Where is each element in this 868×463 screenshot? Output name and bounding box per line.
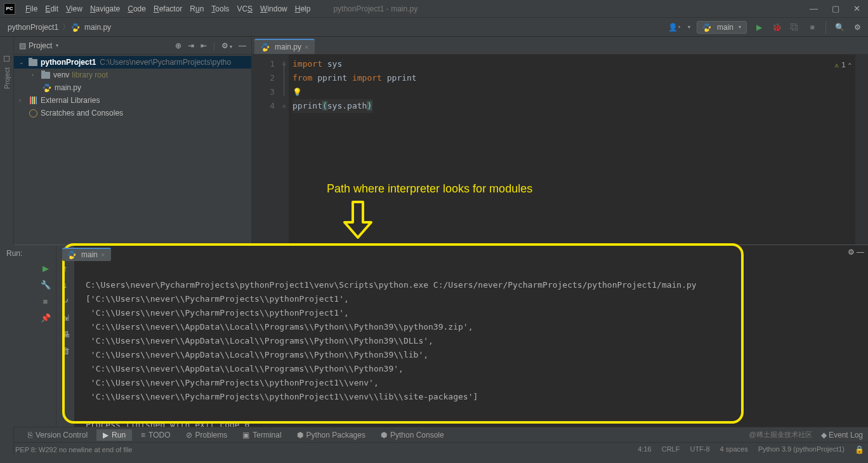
- stop-icon[interactable]: ■: [806, 22, 818, 33]
- scroll-end-icon[interactable]: ⇲: [60, 312, 70, 323]
- editor-body[interactable]: 1234 ⊖⊖ import sys from pprint import pp…: [252, 55, 868, 245]
- editor-area: main.py × 1234 ⊖⊖ import sys from pprint…: [252, 37, 868, 245]
- run-icon[interactable]: ▶: [753, 22, 765, 33]
- status-message: PEP 8: W292 no newline at end of file: [15, 446, 132, 453]
- print-icon[interactable]: 🖶: [60, 329, 70, 339]
- indent-setting[interactable]: 4 spaces: [720, 445, 748, 454]
- python-icon: [67, 250, 76, 259]
- run-settings-gear-icon[interactable]: ⚙ —: [848, 248, 864, 257]
- arrow-down-icon: [342, 201, 374, 239]
- run-console-output[interactable]: C:\Users\never\PycharmProjects\pythonPro…: [74, 245, 868, 427]
- user-add-icon[interactable]: 👤+: [669, 22, 680, 33]
- debug-icon[interactable]: 🐞: [771, 22, 782, 33]
- inspection-indicator[interactable]: ⚠1 ^: [834, 58, 852, 72]
- project-tool-icon[interactable]: [4, 56, 10, 62]
- sidebar-header: ▤ Project ▾ ⊕ ⇥ ⇤ | ⚙▾ —: [14, 37, 251, 55]
- title-bar: PC File Edit View Navigate Code Refactor…: [0, 0, 868, 18]
- version-control-tool[interactable]: ⎘ Version Control: [22, 429, 94, 441]
- project-tool-label[interactable]: Project: [3, 67, 11, 90]
- lightbulb-icon[interactable]: 💡: [293, 88, 302, 97]
- menu-refactor[interactable]: Refactor: [150, 3, 186, 15]
- chevron-right-icon: 〉: [62, 22, 70, 32]
- editor-tabs: main.py ×: [252, 37, 868, 55]
- tree-project-root[interactable]: ⌄ pythonProject1 C:\Users\never\PycharmP…: [14, 56, 251, 69]
- breadcrumb-file[interactable]: main.py: [82, 22, 114, 33]
- app-icon: PC: [4, 3, 15, 15]
- run-panel: Run: main × ▶ 🔧 ■ 📌 ↑ ↓ ⤶ ⇲ 🖶 🗑 C:\Users…: [0, 245, 868, 427]
- search-icon[interactable]: 🔍: [834, 22, 845, 33]
- problems-tool[interactable]: ⊘ Problems: [180, 429, 234, 441]
- line-separator[interactable]: CRLF: [662, 445, 680, 454]
- todo-tool[interactable]: ≡ TODO: [135, 429, 176, 441]
- minimize-icon[interactable]: —: [810, 4, 818, 13]
- editor-tab-label: main.py: [275, 43, 301, 51]
- menu-tools[interactable]: Tools: [207, 3, 233, 15]
- down-icon[interactable]: ↓: [60, 279, 70, 290]
- python-console-tool[interactable]: ⬢ Python Console: [374, 429, 450, 441]
- line-gutter: 1234: [252, 55, 280, 245]
- collapse-icon[interactable]: ⇤: [201, 41, 207, 50]
- coverage-icon[interactable]: ⿻: [789, 22, 800, 33]
- maximize-icon[interactable]: ▢: [832, 4, 839, 13]
- interpreter[interactable]: Python 3.9 (pythonProject1): [758, 445, 845, 454]
- bottom-tool-bar: ⎘ Version Control ▶ Run ≡ TODO ⊘ Problem…: [0, 427, 868, 442]
- status-bar: PEP 8: W292 no newline at end of file 4:…: [0, 442, 868, 456]
- run-tab-label: main: [81, 250, 98, 259]
- close-tab-icon[interactable]: ×: [305, 43, 308, 51]
- rerun-icon[interactable]: ▶: [41, 263, 51, 273]
- stop-icon[interactable]: ■: [41, 296, 51, 306]
- tree-main-py[interactable]: main.py: [14, 81, 251, 94]
- lock-icon[interactable]: 🔒: [855, 445, 864, 454]
- menu-navigate[interactable]: Navigate: [86, 3, 124, 15]
- close-icon[interactable]: ✕: [853, 4, 860, 13]
- cursor-position[interactable]: 4:16: [638, 445, 651, 454]
- menu-vcs[interactable]: VCS: [233, 3, 256, 15]
- tree-project-path: C:\Users\never\PycharmProjects\pytho: [100, 58, 231, 67]
- python-file-icon: [261, 43, 270, 51]
- breadcrumb-project[interactable]: pythonProject1: [5, 22, 61, 33]
- editor-tab-main[interactable]: main.py ×: [254, 39, 315, 54]
- tree-scratches[interactable]: Scratches and Consoles: [14, 107, 251, 119]
- tree-venv[interactable]: › venvlibrary root: [14, 69, 251, 81]
- close-tab-icon[interactable]: ×: [101, 251, 105, 258]
- menu-file[interactable]: File: [22, 3, 41, 15]
- menu-window[interactable]: Window: [256, 3, 291, 15]
- gear-icon[interactable]: ⚙▾: [221, 41, 232, 50]
- run-config-select[interactable]: main ▾: [697, 21, 747, 34]
- event-log-tool[interactable]: ◆ Event Log: [821, 431, 863, 440]
- up-icon[interactable]: ↑: [60, 263, 70, 273]
- navigation-bar: pythonProject1 〉 main.py 👤+ ▾ main ▾ ▶ 🐞…: [0, 18, 868, 37]
- menu-run[interactable]: Run: [186, 3, 207, 15]
- terminal-tool[interactable]: ▣ Terminal: [236, 429, 287, 441]
- menu-view[interactable]: View: [62, 3, 86, 15]
- soft-wrap-icon[interactable]: ⤶: [60, 296, 70, 306]
- python-packages-tool[interactable]: ⬢ Python Packages: [291, 429, 372, 441]
- annotation-overlay: Path where interpreter looks for modules: [327, 182, 532, 239]
- left-tool-strip: Project: [0, 37, 14, 245]
- pin-icon[interactable]: 📌: [41, 312, 51, 323]
- window-title: pythonProject1 - main.py: [333, 4, 418, 13]
- menu-help[interactable]: Help: [291, 3, 315, 15]
- trash-icon[interactable]: 🗑: [60, 346, 70, 356]
- encoding[interactable]: UTF-8: [690, 445, 709, 454]
- project-sidebar: ▤ Project ▾ ⊕ ⇥ ⇤ | ⚙▾ — ⌄ pythonProject…: [14, 37, 252, 245]
- run-tool[interactable]: ▶ Run: [96, 429, 132, 441]
- project-tree[interactable]: ⌄ pythonProject1 C:\Users\never\PycharmP…: [14, 55, 251, 121]
- tree-external-libraries[interactable]: › External Libraries: [14, 94, 251, 107]
- run-toolbar-primary: ▶ 🔧 ■ 📌: [35, 245, 56, 427]
- wrench-icon[interactable]: 🔧: [41, 279, 51, 290]
- fold-column[interactable]: ⊖⊖: [280, 55, 289, 245]
- sidebar-title[interactable]: Project: [29, 41, 52, 50]
- menu-code[interactable]: Code: [124, 3, 150, 15]
- settings-gear-icon[interactable]: ⚙: [852, 22, 863, 33]
- hide-icon[interactable]: —: [239, 41, 246, 50]
- project-view-icon: ▤: [19, 41, 26, 50]
- menu-edit[interactable]: Edit: [41, 3, 62, 15]
- error-stripe[interactable]: [855, 55, 868, 245]
- expand-icon[interactable]: ⇥: [188, 41, 194, 50]
- locate-icon[interactable]: ⊕: [175, 41, 181, 50]
- run-toolbar-secondary: ↑ ↓ ⤶ ⇲ 🖶 🗑: [56, 245, 74, 427]
- run-config-name: main: [717, 23, 733, 32]
- code-content[interactable]: import sys from pprint import pprint 💡 p…: [289, 55, 855, 245]
- run-tab-main[interactable]: main ×: [62, 248, 111, 261]
